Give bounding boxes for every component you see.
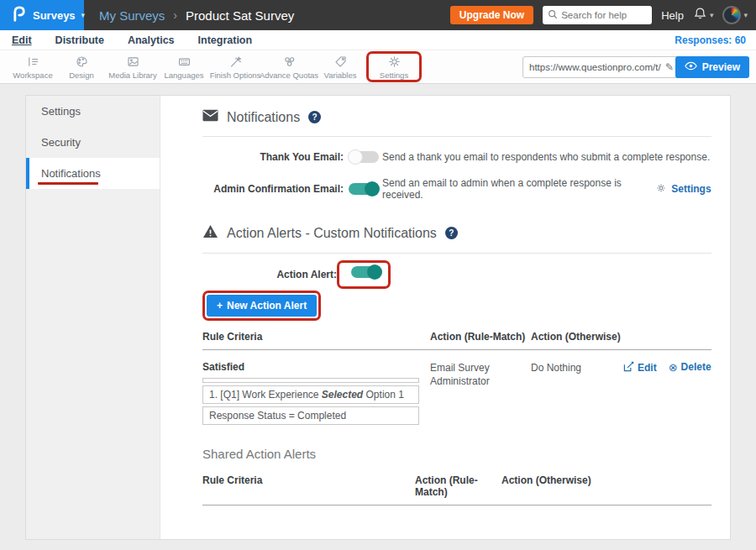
chevron-right-icon: › <box>173 8 177 22</box>
toolbar-item-media-library[interactable]: Media Library <box>106 55 160 80</box>
toolbar-item-settings[interactable]: Settings <box>370 55 418 80</box>
sidebar-item-notifications[interactable]: Notifications <box>26 158 160 189</box>
palette-icon <box>75 55 89 69</box>
edit-url-icon[interactable]: ✎ <box>665 61 674 73</box>
annotation-new-action-alert-highlight: + New Action Alert <box>202 291 321 321</box>
notifications-menu[interactable]: ▾ <box>693 6 714 24</box>
product-switcher[interactable]: Surveys ▾ <box>0 0 84 30</box>
action-alerts-heading: Action Alerts - Custom Notifications ? <box>202 224 711 242</box>
action-otherwise-cell: Do Nothing <box>531 361 623 425</box>
toolbar-item-workspace[interactable]: Workspace <box>8 55 57 80</box>
keyboard-icon <box>177 55 192 69</box>
tag-icon <box>333 55 348 69</box>
plus-icon: + <box>217 300 223 312</box>
tab-integration[interactable]: Integration <box>198 34 253 46</box>
gear-icon <box>387 55 402 69</box>
gear-icon <box>656 181 666 196</box>
action-alert-toggle[interactable] <box>351 266 381 278</box>
questionpro-settings-page: Surveys ▾ My Surveys › Product Sat Surve… <box>0 0 756 550</box>
row-actions: Edit ⊗ Delete <box>623 361 711 425</box>
section-title: Notifications <box>227 110 300 125</box>
settings-link[interactable]: Settings <box>671 183 711 195</box>
sidebar-item-security[interactable]: Security <box>26 127 160 158</box>
action-alert-toggle-row: Action Alert: <box>202 260 711 289</box>
annotation-action-alert-highlight <box>337 260 391 289</box>
action-alert-table-row: Satisfied 1. [Q1] Work Experience Select… <box>202 361 711 425</box>
account-menu[interactable]: ▾ <box>722 6 748 24</box>
search-icon <box>548 8 558 23</box>
preview-button[interactable]: Preview <box>675 56 749 78</box>
rule-criteria-cell: Satisfied 1. [Q1] Work Experience Select… <box>202 361 430 425</box>
col-rule-criteria: Rule Criteria <box>202 331 430 343</box>
help-link[interactable]: Help <box>661 9 684 22</box>
help-icon[interactable]: ? <box>308 111 321 123</box>
col-action-rule-match: Action (Rule-Match) <box>430 331 531 343</box>
workspace-icon <box>26 55 40 69</box>
shared-alerts-table-header: Rule Criteria Action (Rule-Match) Action… <box>202 474 711 505</box>
survey-url-field[interactable]: https://www.questionpro.com/t/. ✎ <box>522 56 680 78</box>
breadcrumb: My Surveys › Product Sat Survey <box>99 8 294 23</box>
thank-you-email-label: Thank You Email: <box>202 151 344 163</box>
new-action-alert-button[interactable]: + New Action Alert <box>207 295 317 317</box>
thank-you-email-row: Thank You Email: Send a thank you email … <box>202 151 711 163</box>
topbar: Surveys ▾ My Surveys › Product Sat Surve… <box>0 0 756 30</box>
admin-confirmation-label: Admin Confirmation Email: <box>202 183 344 195</box>
criteria-strip <box>202 378 419 383</box>
questionpro-logo-icon <box>10 4 27 26</box>
edit-action-alert-link[interactable]: Edit <box>623 361 657 375</box>
breadcrumb-my-surveys[interactable]: My Surveys <box>99 8 165 23</box>
tab-edit[interactable]: Edit <box>12 34 32 46</box>
bell-icon <box>693 6 707 24</box>
divider <box>202 253 711 254</box>
help-search-input[interactable] <box>561 10 647 20</box>
action-alerts-table-header: Rule Criteria Action (Rule-Match) Action… <box>202 331 711 350</box>
survey-url-value: https://www.questionpro.com/t/. <box>529 62 661 72</box>
delete-circle-icon: ⊗ <box>669 362 678 373</box>
wand-icon <box>228 55 243 69</box>
criteria-item[interactable]: 1. [Q1] Work Experience Selected Option … <box>202 385 419 404</box>
toolbar-item-languages[interactable]: Languages <box>160 55 208 80</box>
edit-toolbar: Workspace Design Media Library Languages… <box>0 50 756 84</box>
delete-action-alert-link[interactable]: ⊗ Delete <box>669 361 711 373</box>
tab-analytics[interactable]: Analytics <box>128 34 175 46</box>
upgrade-now-button[interactable]: Upgrade Now <box>450 6 533 24</box>
notifications-main: Notifications ? Thank You Email: Send a … <box>160 96 738 539</box>
eye-icon <box>685 61 697 73</box>
warning-icon <box>202 224 218 242</box>
rule-status: Satisfied <box>202 361 430 373</box>
toolbar-item-design[interactable]: Design <box>57 55 106 80</box>
settings-sidebar: Settings Security Notifications <box>26 96 160 539</box>
toolbar-item-advance-quotas[interactable]: Advance Quotas <box>262 55 316 80</box>
chevron-down-icon: ▾ <box>743 11 748 19</box>
sidebar-item-settings[interactable]: Settings <box>26 96 160 127</box>
thank-you-email-description: Send a thank you email to respondents wh… <box>382 151 711 163</box>
help-icon[interactable]: ? <box>445 227 458 239</box>
admin-confirmation-toggle[interactable] <box>349 183 379 195</box>
chain-links-icon <box>282 55 297 69</box>
new-action-alert-row: + New Action Alert <box>202 289 711 321</box>
toolbar-item-variables[interactable]: Variables <box>316 55 365 80</box>
col-action-otherwise: Action (Otherwise) <box>531 331 623 343</box>
annotation-settings-highlight: Settings <box>366 51 422 82</box>
chevron-down-icon: ▾ <box>710 11 714 19</box>
criteria-item[interactable]: Response Status = Completed <box>202 406 419 425</box>
responses-count[interactable]: Responses: 60 <box>675 34 746 46</box>
content-area: Settings Security Notifications Notifi <box>0 84 756 550</box>
envelope-icon <box>202 109 218 125</box>
annotation-notifications-underline <box>38 182 98 186</box>
help-search[interactable] <box>543 6 652 24</box>
tab-distribute[interactable]: Distribute <box>55 34 104 46</box>
admin-confirmation-email-row: Admin Confirmation Email: Send an email … <box>202 177 711 201</box>
topbar-right: Upgrade Now Help ▾ ▾ <box>450 0 748 30</box>
admin-confirmation-settings[interactable]: Settings <box>656 181 711 196</box>
thank-you-email-toggle[interactable] <box>349 151 379 163</box>
breadcrumb-current-survey: Product Sat Survey <box>186 8 294 23</box>
edit-pencil-icon <box>623 361 634 375</box>
action-rule-match-cell: Email Survey Administrator <box>430 361 531 425</box>
col-action-rule-match: Action (Rule-Match) <box>415 474 501 498</box>
notifications-heading: Notifications ? <box>202 109 711 125</box>
divider <box>202 136 711 137</box>
toolbar-item-finish-options[interactable]: Finish Options <box>208 55 262 80</box>
col-action-otherwise: Action (Otherwise) <box>501 474 711 498</box>
settings-panel: Settings Security Notifications Notifi <box>25 95 731 540</box>
